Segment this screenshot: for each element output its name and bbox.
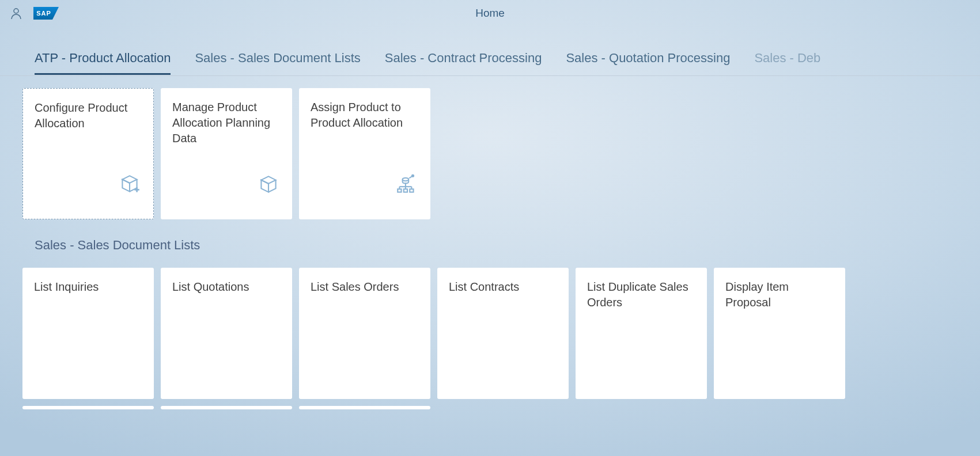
page-title: Home [475,7,505,20]
tile-title: List Sales Orders [311,279,419,295]
tile-partial-3[interactable] [299,406,430,409]
tile-title: List Inquiries [34,279,142,295]
svg-rect-11 [398,189,401,192]
tile-manage-product-allocation-planning-data[interactable]: Manage Product Allocation Planning Data [161,88,292,219]
sap-logo[interactable]: SAP [33,7,59,20]
tile-list-inquiries[interactable]: List Inquiries [22,268,154,399]
tile-list-quotations[interactable]: List Quotations [161,268,292,399]
tile-display-item-proposal[interactable]: Display Item Proposal [714,268,845,399]
svg-point-5 [412,175,414,177]
tile-title: Manage Product Allocation Planning Data [172,100,281,146]
tile-title: List Contracts [449,279,557,295]
svg-rect-13 [410,189,413,192]
header-left: SAP [8,5,59,21]
box-plus-icon [118,172,142,196]
tab-quotation-processing[interactable]: Sales - Quotation Processing [566,51,730,75]
tile-partial-2[interactable] [161,406,292,409]
tile-list-contracts[interactable]: List Contracts [437,268,569,399]
svg-point-0 [14,9,18,13]
tile-configure-product-allocation[interactable]: Configure Product Allocation [22,88,154,219]
tile-group-partial [0,399,980,409]
tile-group-sales-document-lists: List Inquiries List Quotations List Sale… [0,253,980,399]
tile-group-atp: Configure Product Allocation Manage Prod… [0,76,980,219]
tile-list-duplicate-sales-orders[interactable]: List Duplicate Sales Orders [576,268,707,399]
hierarchy-icon [395,172,419,196]
tile-title: Assign Product to Product Allocation [311,100,419,131]
header: SAP Home [0,0,980,26]
tile-title: Configure Product Allocation [35,100,142,131]
tab-atp-product-allocation[interactable]: ATP - Product Allocation [35,51,171,75]
section-heading-sales-document-lists: Sales - Sales Document Lists [0,219,980,253]
tab-contract-processing[interactable]: Sales - Contract Processing [385,51,542,75]
tab-sales-deb[interactable]: Sales - Deb [754,51,820,75]
tab-bar: ATP - Product Allocation Sales - Sales D… [0,50,980,76]
box-icon [256,172,281,196]
tile-partial-1[interactable] [22,406,154,409]
tile-list-sales-orders[interactable]: List Sales Orders [299,268,430,399]
tile-title: List Quotations [172,279,281,295]
user-icon[interactable] [8,5,24,21]
tile-title: List Duplicate Sales Orders [587,279,695,310]
tile-title: Display Item Proposal [725,279,834,310]
tile-assign-product-to-product-allocation[interactable]: Assign Product to Product Allocation [299,88,430,219]
svg-rect-12 [404,189,407,192]
svg-point-3 [403,178,409,181]
tab-sales-document-lists[interactable]: Sales - Sales Document Lists [195,51,360,75]
